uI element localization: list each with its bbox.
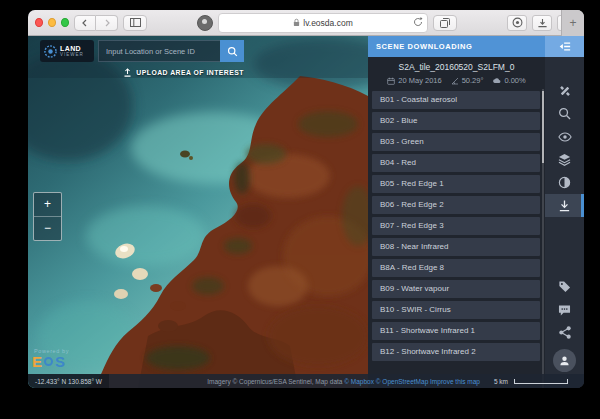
tool-search[interactable] — [545, 102, 584, 125]
cloud-icon — [492, 77, 501, 84]
share-icon — [559, 326, 571, 339]
band-row[interactable]: B12 - Shortwave Infrared 2 — [372, 343, 540, 361]
tool-download[interactable] — [545, 194, 584, 217]
zoom-controls: + − — [33, 192, 62, 241]
angle-icon — [451, 77, 459, 85]
layers-icon — [558, 153, 571, 166]
search-submit-button[interactable] — [220, 40, 244, 62]
map-status-bar: -12.433° N 130.858° W Imagery © Copernic… — [28, 374, 584, 388]
eos-letter-e: E — [32, 354, 42, 369]
close-button[interactable] — [35, 18, 43, 27]
sidebar-toggle-button[interactable] — [123, 15, 147, 31]
search-box — [98, 40, 244, 62]
band-row[interactable]: B02 - Blue — [372, 112, 540, 130]
tool-share[interactable] — [545, 321, 584, 344]
refresh-button[interactable] — [413, 17, 423, 27]
band-row[interactable]: B05 - Red Edge 1 — [372, 175, 540, 193]
tool-contrast[interactable] — [545, 171, 584, 194]
url-text: lv.eosda.com — [293, 18, 352, 28]
circle-dot-icon — [512, 17, 523, 28]
panel-collapse-button[interactable] — [545, 36, 584, 57]
attribution-links[interactable]: © Mapbox © OpenStreetMap Improve this ma… — [344, 378, 480, 385]
cursor-coordinates: -12.433° N 130.858° W — [28, 374, 109, 388]
scene-panel-body: S2A_tile_20160520_S2LFM_0 20 May 2016 50… — [368, 57, 584, 388]
eye-icon — [558, 132, 572, 142]
address-bar[interactable]: lv.eosda.com — [218, 13, 428, 33]
upload-aoi-label: UPLOAD AREA OF INTEREST — [136, 69, 244, 76]
band-row[interactable]: B07 - Red Edge 3 — [372, 217, 540, 235]
fullscreen-button[interactable] — [61, 18, 69, 27]
tag-icon — [558, 280, 571, 293]
minimize-button[interactable] — [48, 18, 56, 27]
search-icon — [227, 46, 238, 57]
scrollbar-thumb[interactable] — [542, 91, 544, 163]
nav-buttons — [74, 15, 118, 31]
user-account-button[interactable] — [553, 349, 576, 372]
browser-chrome: lv.eosda.com + — [28, 10, 584, 36]
band-row[interactable]: B11 - Shortwave Infrared 1 — [372, 322, 540, 340]
scene-id: S2A_tile_20160520_S2LFM_0 — [372, 62, 541, 72]
url-label: lv.eosda.com — [303, 18, 352, 28]
browser-window: lv.eosda.com + — [28, 10, 584, 388]
scale-bar — [514, 379, 568, 384]
band-row[interactable]: B08 - Near Infrared — [372, 238, 540, 256]
band-row[interactable]: B06 - Red Edge 2 — [372, 196, 540, 214]
calendar-icon — [387, 77, 395, 85]
map-attribution: Imagery © Copernicus/ESA Sentinel, Map d… — [207, 378, 480, 385]
back-button[interactable] — [74, 15, 96, 31]
overlapping-squares-icon — [440, 18, 450, 28]
search-input[interactable] — [98, 40, 220, 62]
back-chevron-icon — [81, 19, 89, 27]
refresh-icon — [413, 17, 423, 27]
scene-cloud-cover: 0.00% — [492, 76, 525, 85]
screen: lv.eosda.com + — [0, 0, 600, 419]
page-content: LAND VIEWER — [28, 36, 584, 388]
panel-toggle-icon — [559, 41, 571, 52]
satellite-icon — [558, 84, 572, 98]
new-tab-button[interactable]: + — [561, 10, 584, 36]
new-tab-label: + — [569, 16, 576, 30]
attribution-text: Imagery © Copernicus/ESA Sentinel, Map d… — [207, 378, 344, 385]
sidebar-icon — [130, 18, 141, 27]
scrollbar[interactable] — [542, 89, 544, 388]
scene-date: 20 May 2016 — [387, 76, 441, 85]
forward-chevron-icon — [103, 19, 111, 27]
window-controls — [35, 18, 69, 27]
tab-group-button[interactable] — [433, 15, 457, 31]
tool-comment[interactable] — [545, 298, 584, 321]
tool-tag[interactable] — [545, 275, 584, 298]
user-icon — [559, 355, 570, 366]
zoom-in-button[interactable]: + — [34, 193, 61, 217]
band-row[interactable]: B03 - Green — [372, 133, 540, 151]
tool-layers[interactable] — [545, 148, 584, 171]
downloads-tray-icon — [537, 18, 548, 28]
globe-icon — [44, 45, 57, 58]
band-panel: S2A_tile_20160520_S2LFM_0 20 May 2016 50… — [368, 57, 545, 388]
logo-viewer-text: VIEWER — [60, 53, 84, 58]
band-row[interactable]: B01 - Coastal aerosol — [372, 91, 540, 109]
eos-letter-o — [44, 357, 53, 366]
map-canvas[interactable]: LAND VIEWER — [28, 36, 368, 388]
download-icon — [558, 199, 571, 212]
downloads-button[interactable] — [532, 15, 552, 31]
shield-button[interactable] — [507, 15, 527, 31]
upload-aoi-button[interactable]: UPLOAD AREA OF INTEREST — [68, 68, 244, 77]
upload-icon — [123, 68, 132, 77]
scene-panel: SCENE DOWNLOADING S2A_tile_20160520_ — [368, 36, 584, 388]
lock-icon — [293, 18, 300, 27]
forward-button[interactable] — [96, 15, 118, 31]
band-row[interactable]: B04 - Red — [372, 154, 540, 172]
tool-satellite[interactable] — [545, 79, 584, 102]
scale-label: 5 km — [494, 378, 508, 385]
band-row[interactable]: B09 - Water vapour — [372, 280, 540, 298]
scene-panel-header: SCENE DOWNLOADING — [368, 36, 584, 57]
band-row[interactable]: B10 - SWIR - Cirrus — [372, 301, 540, 319]
scene-info: S2A_tile_20160520_S2LFM_0 20 May 2016 50… — [368, 57, 545, 89]
scene-sun-angle: 50.29° — [451, 76, 484, 85]
tool-visibility[interactable] — [545, 125, 584, 148]
band-row[interactable]: B8A - Red Edge 8 — [372, 259, 540, 277]
extension-icon[interactable] — [197, 15, 213, 31]
landviewer-logo[interactable]: LAND VIEWER — [40, 40, 94, 62]
eos-logo: Powered by E S — [32, 348, 69, 369]
zoom-out-button[interactable]: − — [34, 217, 61, 240]
